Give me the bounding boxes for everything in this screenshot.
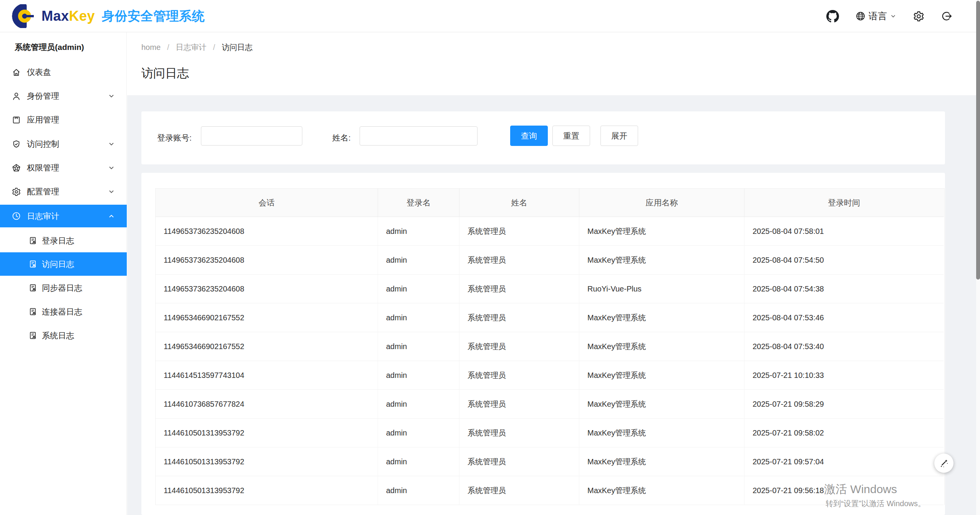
chevron-down-icon [890,13,897,20]
language-switcher[interactable]: 语言 [855,10,897,22]
brand-key: Key [69,8,95,24]
table-row: 1144610501313953792 admin 系统管理员 MaxKey管理… [156,419,944,447]
cell-name: 系统管理员 [459,390,579,419]
top-header-bar: MaxKey 身份安全管理系统 语言 [0,0,980,32]
sidebar-user-label: 系统管理员(admin) [15,42,84,53]
page-scrollbar [976,0,980,515]
topbar-actions: 语言 [826,0,952,32]
user-icon [12,91,21,101]
breadcrumb: home / 日志审计 / 访问日志 [141,42,252,53]
sidebar-item-label: 应用管理 [27,114,59,125]
sidebar-item-log-audit[interactable]: 日志审计 [0,205,127,227]
breadcrumb-separator: / [167,43,169,52]
cell-app-name: MaxKey管理系统 [579,246,745,275]
table-row: 1144610501313953792 admin 系统管理员 MaxKey管理… [156,476,944,505]
cell-name: 系统管理员 [459,332,579,361]
log-document-icon [28,283,37,292]
name-input[interactable] [360,126,478,146]
col-header-login-time: 登录时间 [745,189,944,217]
cell-login-name: admin [378,390,459,419]
expand-button[interactable]: 展开 [600,126,638,146]
login-account-input[interactable] [201,126,302,146]
maxkey-logo-icon [11,4,38,28]
sidebar-item-applications[interactable]: 应用管理 [0,108,127,132]
cell-name: 系统管理员 [459,303,579,332]
table-header-row: 会话 登录名 姓名 应用名称 登录时间 [156,189,944,217]
query-button[interactable]: 查询 [510,126,548,146]
cell-login-time: 2025-07-21 09:57:04 [745,447,944,476]
pen-tool-button[interactable] [934,454,953,473]
logout-icon[interactable] [941,10,952,22]
cell-session: 1144610501313953792 [156,447,378,476]
cell-login-name: admin [378,275,459,303]
cell-session: 1144610501313953792 [156,419,378,447]
sidebar-item-configuration[interactable]: 配置管理 [0,180,127,204]
cell-app-name: RuoYi-Vue-Plus [579,275,745,303]
col-header-login-name: 登录名 [378,189,459,217]
cell-app-name: MaxKey管理系统 [579,390,745,419]
sidebar-item-access-control[interactable]: 访问控制 [0,132,127,156]
home-icon [12,68,21,77]
cell-app-name: MaxKey管理系统 [579,419,745,447]
cell-login-time: 2025-08-04 07:58:01 [745,217,944,246]
search-filter-card: 登录账号: 姓名: 查询 重置 展开 [141,111,945,164]
table-row: 1144610501313953792 admin 系统管理员 MaxKey管理… [156,447,944,476]
sidebar-item-permissions[interactable]: 权限管理 [0,156,127,180]
cell-login-time: 2025-08-04 07:54:38 [745,275,944,303]
cell-login-name: admin [378,217,459,246]
cell-session: 1144614513597743104 [156,361,378,390]
access-log-table: 会话 登录名 姓名 应用名称 登录时间 1149653736235204608 … [155,188,945,505]
sidebar-subitem-access-log[interactable]: 访问日志 [0,252,127,276]
sidebar-item-identity[interactable]: 身份管理 [0,84,127,108]
cell-login-name: admin [378,332,459,361]
magic-pen-icon [938,457,950,469]
settings-gear-icon[interactable] [913,10,925,22]
table-row: 1149653736235204608 admin 系统管理员 MaxKey管理… [156,246,944,275]
cell-login-name: admin [378,361,459,390]
cell-name: 系统管理员 [459,419,579,447]
cell-login-time: 2025-07-21 10:10:33 [745,361,944,390]
log-document-icon [28,236,37,245]
reset-button[interactable]: 重置 [552,126,590,146]
scrollbar-thumb[interactable] [976,1,980,280]
sidebar-subitem-label: 访问日志 [42,259,74,270]
cell-session: 1144610736857677824 [156,390,378,419]
sidebar-item-label: 身份管理 [27,91,59,101]
breadcrumb-home-link[interactable]: home [141,43,161,52]
sidebar-subitem-connector-log[interactable]: 连接器日志 [0,300,127,323]
clock-icon [12,211,21,221]
cell-name: 系统管理员 [459,447,579,476]
sidebar-item-label: 仪表盘 [27,67,51,78]
pentagon-web-icon [12,163,21,173]
sidebar-item-dashboard[interactable]: 仪表盘 [0,60,127,84]
table-row: 1144614513597743104 admin 系统管理员 MaxKey管理… [156,361,944,390]
cell-login-name: admin [378,419,459,447]
breadcrumb-section-link[interactable]: 日志审计 [176,42,207,53]
cell-session: 1149653736235204608 [156,217,378,246]
sidebar-item-label: 访问控制 [27,139,59,149]
login-account-label: 登录账号: [157,111,192,164]
sidebar-subitem-sync-log[interactable]: 同步器日志 [0,276,127,300]
table-body: 1149653736235204608 admin 系统管理员 MaxKey管理… [156,217,944,505]
cell-session: 1149653466902167552 [156,303,378,332]
log-document-icon [28,260,37,268]
github-icon[interactable] [826,10,839,23]
maxkey-admin-window: MaxKey 身份安全管理系统 语言 [0,0,980,515]
sidebar-subitem-login-log[interactable]: 登录日志 [0,229,127,252]
cell-name: 系统管理员 [459,246,579,275]
gear-icon [12,187,21,197]
cell-name: 系统管理员 [459,476,579,505]
cell-login-time: 2025-07-21 09:58:02 [745,419,944,447]
cell-session: 1144610501313953792 [156,476,378,505]
cell-login-time: 2025-07-21 09:58:29 [745,390,944,419]
brand-subtitle: 身份安全管理系统 [102,8,205,25]
sidebar-subitem-system-log[interactable]: 系统日志 [0,324,127,347]
cell-name: 系统管理员 [459,217,579,246]
page-title: 访问日志 [141,65,189,81]
cell-name: 系统管理员 [459,275,579,303]
cell-app-name: MaxKey管理系统 [579,361,745,390]
sidebar-item-label: 权限管理 [27,162,59,173]
cell-app-name: MaxKey管理系统 [579,447,745,476]
cell-login-name: admin [378,476,459,505]
access-log-card: 会话 登录名 姓名 应用名称 登录时间 1149653736235204608 … [141,173,945,515]
